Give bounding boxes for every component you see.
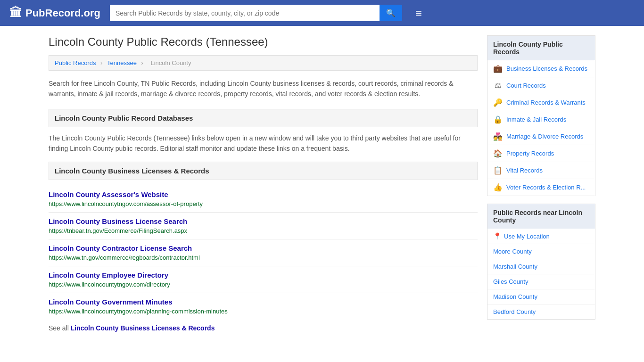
databases-section-header: Lincoln County Public Record Databases	[49, 109, 478, 127]
sidebar-near-box: Public Records near Lincoln County 📍 Use…	[487, 204, 595, 320]
page-container: Lincoln County Public Records (Tennessee…	[39, 26, 605, 341]
page-title: Lincoln County Public Records (Tennessee…	[49, 35, 478, 49]
sidebar-record-link[interactable]: 🏠 Property Records	[487, 145, 595, 162]
sidebar-links: 💼 Business Licenses & Records ⚖ Court Re…	[487, 60, 595, 196]
use-location-label: Use My Location	[504, 233, 550, 240]
sidebar-record-icon: ⚖	[493, 81, 503, 90]
sidebar-record-label: Court Records	[506, 82, 546, 89]
sidebar-record-link[interactable]: 💼 Business Licenses & Records	[487, 60, 595, 77]
sidebar-record-icon: 🔑	[493, 98, 503, 107]
record-url: https://www.tn.gov/commerce/regboards/co…	[49, 254, 200, 261]
record-url: https://tnbear.tn.gov/Ecommerce/FilingSe…	[49, 227, 187, 234]
record-entry: Lincoln County Business License Search h…	[49, 213, 478, 239]
sidebar-record-label: Property Records	[506, 150, 554, 157]
record-title[interactable]: Lincoln County Business License Search	[49, 217, 478, 225]
record-entry: Lincoln County Employee Directory https:…	[49, 266, 478, 293]
see-all-text: See all Lincoln County Business Licenses…	[49, 324, 478, 332]
search-bar: 🔍	[110, 5, 402, 21]
near-county-item[interactable]: Moore County	[487, 244, 595, 259]
sidebar-record-link[interactable]: ⚖ Court Records	[487, 77, 595, 94]
location-icon: 📍	[493, 232, 501, 240]
near-county-item[interactable]: Giles County	[487, 274, 595, 289]
record-entry: Lincoln County Contractor License Search…	[49, 239, 478, 266]
record-title[interactable]: Lincoln County Assessor's Website	[49, 190, 478, 198]
search-input[interactable]	[110, 5, 380, 21]
record-entry: Lincoln County Assessor's Website https:…	[49, 186, 478, 213]
breadcrumb: Public Records › Tennessee › Lincoln Cou…	[49, 55, 478, 71]
sidebar-record-link[interactable]: 🔑 Criminal Records & Warrants	[487, 94, 595, 111]
near-county-item[interactable]: Marshall County	[487, 259, 595, 274]
record-url: https://www.lincolncountytngov.com/asses…	[49, 200, 203, 207]
sidebar-record-link[interactable]: 💑 Marriage & Divorce Records	[487, 128, 595, 145]
hamburger-menu[interactable]: ≡	[415, 7, 422, 20]
logo-icon: 🏛	[9, 6, 22, 20]
breadcrumb-tennessee[interactable]: Tennessee	[107, 59, 137, 66]
near-county-item[interactable]: Bedford County	[487, 304, 595, 319]
near-county-item[interactable]: Madison County	[487, 289, 595, 304]
record-url: https://www.lincolncountytngov.com/direc…	[49, 281, 170, 288]
breadcrumb-sep-2: ›	[141, 59, 145, 66]
record-title[interactable]: Lincoln County Government Minutes	[49, 298, 478, 306]
search-button[interactable]: 🔍	[380, 5, 402, 21]
sidebar-record-label: Vital Records	[506, 167, 543, 174]
main-content: Lincoln County Public Records (Tennessee…	[49, 35, 478, 332]
sidebar-near-title: Public Records near Lincoln County	[487, 204, 595, 229]
logo-link[interactable]: 🏛 PubRecord.org	[9, 6, 100, 20]
sidebar-record-icon: 💼	[493, 64, 503, 73]
record-url: https://www.lincolncountytngov.com/plann…	[49, 308, 228, 315]
record-entry: Lincoln County Government Minutes https:…	[49, 293, 478, 320]
sidebar-record-label: Voter Records & Election R...	[506, 184, 586, 191]
sidebar-record-icon: 📋	[493, 166, 503, 175]
sidebar-record-label: Criminal Records & Warrants	[506, 99, 586, 106]
record-title[interactable]: Lincoln County Contractor License Search	[49, 244, 478, 252]
databases-description: The Lincoln County Public Records (Tenne…	[49, 133, 478, 154]
sidebar-record-label: Marriage & Divorce Records	[506, 133, 583, 140]
sidebar-record-label: Business Licenses & Records	[506, 65, 587, 72]
breadcrumb-public-records[interactable]: Public Records	[55, 59, 96, 66]
business-section-header: Lincoln County Business Licenses & Recor…	[49, 162, 478, 180]
sidebar-public-records-box: Lincoln County Public Records 💼 Business…	[487, 35, 595, 196]
sidebar-record-label: Inmate & Jail Records	[506, 116, 566, 123]
sidebar-record-icon: 🏠	[493, 149, 503, 158]
site-header: 🏛 PubRecord.org 🔍 ≡	[0, 0, 644, 26]
use-location-item[interactable]: 📍 Use My Location	[487, 229, 595, 244]
sidebar-record-icon: 💑	[493, 132, 503, 141]
sidebar-record-icon: 👍	[493, 183, 503, 192]
sidebar-record-link[interactable]: 📋 Vital Records	[487, 162, 595, 179]
record-list: Lincoln County Assessor's Website https:…	[49, 186, 478, 320]
see-all-link[interactable]: Lincoln County Business Licenses & Recor…	[71, 324, 215, 332]
sidebar-record-icon: 🔒	[493, 115, 503, 124]
page-description: Search for free Lincoln County, TN Publi…	[49, 78, 478, 99]
search-icon: 🔍	[386, 9, 396, 17]
sidebar-box-title: Lincoln County Public Records	[487, 36, 595, 60]
breadcrumb-lincoln-county: Lincoln County	[150, 59, 191, 66]
near-counties: Moore CountyMarshall CountyGiles CountyM…	[487, 244, 595, 319]
logo-text: PubRecord.org	[25, 7, 100, 19]
sidebar: Lincoln County Public Records 💼 Business…	[487, 35, 595, 332]
breadcrumb-sep-1: ›	[100, 59, 104, 66]
sidebar-record-link[interactable]: 👍 Voter Records & Election R...	[487, 179, 595, 196]
record-title[interactable]: Lincoln County Employee Directory	[49, 271, 478, 279]
sidebar-record-link[interactable]: 🔒 Inmate & Jail Records	[487, 111, 595, 128]
